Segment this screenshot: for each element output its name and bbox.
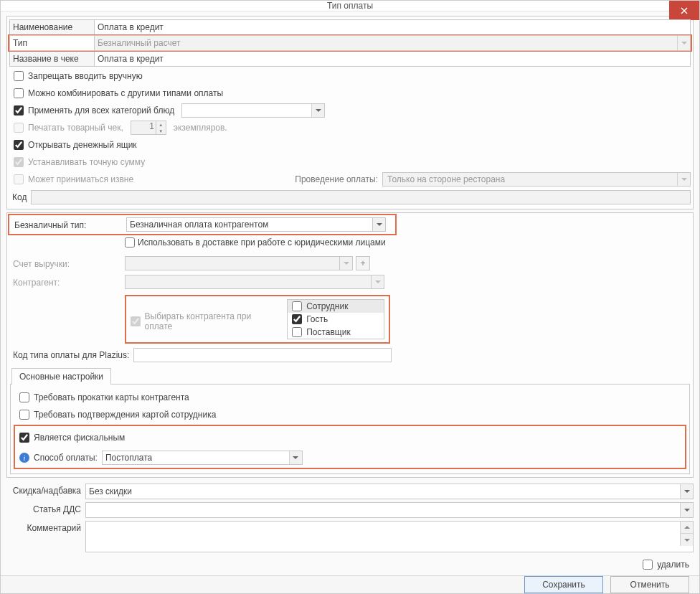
row-delivery: Использовать в доставке при работе с юри… bbox=[10, 237, 690, 256]
label-fiscal: Является фискальным bbox=[34, 433, 125, 443]
info-icon: i bbox=[19, 453, 29, 463]
code-input bbox=[31, 190, 691, 204]
top-panel: Наименование Оплата в кредит Тип Безнали… bbox=[6, 16, 694, 209]
add-revenue-account-button[interactable]: + bbox=[356, 256, 370, 270]
dds-select[interactable] bbox=[85, 502, 694, 518]
checkbox-cp-guest[interactable] bbox=[292, 314, 302, 324]
label-print-receipt: Печатать товарный чек, bbox=[28, 123, 123, 133]
payment-type-dialog: Тип оплаты Наименование Оплата в кредит … bbox=[0, 0, 700, 594]
row-card-swipe: Требовать прокатки карты контрагента bbox=[15, 389, 685, 406]
close-icon bbox=[681, 7, 688, 14]
scroll-up-icon[interactable] bbox=[680, 522, 693, 534]
highlight-cashless-type: Безналичный тип: Безналичная оплата конт… bbox=[8, 214, 397, 235]
checkbox-combine[interactable] bbox=[14, 88, 24, 98]
row-fiscal: Является фискальным bbox=[19, 429, 681, 446]
row-receipt-name: Название в чеке Оплата в кредит bbox=[9, 50, 691, 67]
row-comment: Комментарий bbox=[6, 521, 694, 552]
list-item[interactable]: Поставщик bbox=[288, 326, 384, 339]
chevron-down-icon bbox=[680, 484, 693, 499]
chevron-down-icon bbox=[339, 257, 352, 270]
cancel-button[interactable]: Отменить bbox=[610, 576, 689, 593]
dialog-footer: Сохранить Отменить bbox=[1, 575, 699, 593]
row-plazius-code: Код типа оплаты для Plazius: bbox=[10, 344, 690, 365]
cashless-type-select[interactable]: Безналичная оплата контрагентом bbox=[126, 217, 386, 232]
label-comment: Комментарий bbox=[6, 521, 85, 533]
checkbox-card-swipe[interactable] bbox=[19, 392, 29, 402]
highlight-counterparty-choose: Выбирать контрагента при оплате Сотрудни… bbox=[125, 295, 390, 344]
label-ext-processing: Проведение оплаты: bbox=[295, 174, 378, 184]
label-dds: Статья ДДС bbox=[6, 502, 85, 514]
row-cashless-type: Безналичный тип: Безналичная оплата конт… bbox=[10, 216, 690, 235]
row-cash-drawer: Открывать денежный ящик bbox=[9, 136, 691, 154]
list-item[interactable]: Сотрудник bbox=[288, 300, 384, 313]
row-code: Код bbox=[9, 188, 691, 207]
row-dds: Статья ДДС bbox=[6, 502, 694, 518]
checkbox-employee-confirm[interactable] bbox=[19, 410, 29, 420]
row-type: Тип Безналичный расчет bbox=[8, 34, 692, 52]
scrollbar[interactable] bbox=[680, 522, 693, 552]
spinner: ▲▼ bbox=[156, 121, 166, 134]
checkbox-cp-employee[interactable] bbox=[292, 301, 302, 311]
chevron-down-icon bbox=[371, 275, 384, 288]
checkbox-cash-drawer[interactable] bbox=[14, 140, 24, 150]
checkbox-choose-at-pay bbox=[131, 316, 141, 326]
checkbox-delivery-legal[interactable] bbox=[125, 237, 135, 248]
revenue-account-select bbox=[125, 256, 353, 270]
row-employee-confirm: Требовать подтверждения картой сотрудник… bbox=[15, 406, 685, 423]
label-combine: Можно комбинировать с другими типами опл… bbox=[28, 88, 223, 98]
comment-textarea[interactable] bbox=[85, 521, 694, 552]
label-copies-suffix: экземпляров. bbox=[174, 123, 227, 133]
ext-processing-select: Только на стороне ресторана bbox=[382, 172, 691, 187]
row-external: Может приниматься извне Проведение оплат… bbox=[9, 171, 691, 188]
window-title: Тип оплаты bbox=[327, 1, 373, 11]
copies-stepper: 1 ▲▼ bbox=[131, 121, 166, 135]
chevron-down-icon bbox=[311, 104, 324, 117]
label-discount: Скидка/надбавка bbox=[6, 484, 85, 496]
discount-select[interactable]: Без скидки bbox=[85, 484, 694, 499]
checkbox-cp-supplier[interactable] bbox=[292, 327, 302, 337]
label-delete: удалить bbox=[657, 560, 689, 570]
checkbox-manual[interactable] bbox=[14, 71, 24, 81]
scroll-down-icon[interactable] bbox=[680, 534, 693, 546]
label-card-swipe: Требовать прокатки карты контрагента bbox=[34, 392, 189, 402]
label-cash-drawer: Открывать денежный ящик bbox=[28, 140, 137, 150]
row-counterparty: Контрагент: bbox=[10, 275, 690, 293]
dish-category-select[interactable] bbox=[181, 103, 325, 118]
label-all-categories: Применять для всех категорий блюд bbox=[28, 105, 174, 116]
label-choose-at-pay: Выбирать контрагента при оплате bbox=[145, 311, 278, 331]
type-select[interactable]: Безналичный расчет bbox=[95, 35, 691, 51]
choose-at-pay-group: Выбирать контрагента при оплате bbox=[131, 299, 277, 339]
row-name: Наименование Оплата в кредит bbox=[9, 19, 691, 36]
bottom-form: Скидка/надбавка Без скидки Статья ДДС bbox=[6, 484, 694, 570]
chevron-down-icon bbox=[372, 218, 385, 231]
receipt-name-input[interactable]: Оплата в кредит bbox=[95, 51, 691, 67]
close-button[interactable] bbox=[669, 1, 699, 20]
label-counterparty: Контрагент: bbox=[10, 275, 125, 288]
tab-main-settings[interactable]: Основные настройки bbox=[11, 368, 111, 385]
chevron-down-icon bbox=[680, 503, 693, 517]
label-pay-method: Способ оплаты: bbox=[34, 453, 98, 463]
settings-tabs: Основные настройки Требовать прокатки ка… bbox=[10, 367, 690, 474]
save-button[interactable]: Сохранить bbox=[524, 576, 603, 593]
checkbox-fiscal[interactable] bbox=[19, 433, 29, 443]
row-delete: удалить bbox=[6, 555, 694, 570]
titlebar: Тип оплаты bbox=[1, 1, 699, 11]
checkbox-all-categories[interactable] bbox=[14, 105, 24, 116]
plazius-code-input[interactable] bbox=[133, 348, 392, 362]
tab-main-body: Требовать прокатки карты контрагента Тре… bbox=[10, 384, 690, 474]
label-exact-sum: Устанавливать точную сумму bbox=[28, 157, 145, 167]
label-code: Код bbox=[12, 192, 27, 202]
row-combine: Можно комбинировать с другими типами опл… bbox=[9, 85, 691, 102]
name-input[interactable]: Оплата в кредит bbox=[95, 19, 691, 35]
pay-method-select[interactable]: Постоплата bbox=[102, 451, 303, 465]
label-plazius-code: Код типа оплаты для Plazius: bbox=[13, 350, 129, 360]
label-name: Наименование bbox=[9, 19, 95, 35]
label-delivery-legal: Использовать в доставке при работе с юри… bbox=[138, 237, 386, 248]
list-item[interactable]: Гость bbox=[288, 313, 384, 326]
row-print-receipt: Печатать товарный чек, 1 ▲▼ экземпляров. bbox=[9, 119, 691, 136]
label-manual: Запрещать вводить вручную bbox=[28, 71, 143, 81]
row-discount: Скидка/надбавка Без скидки bbox=[6, 484, 694, 499]
checkbox-delete[interactable] bbox=[643, 560, 653, 570]
checkbox-external bbox=[14, 174, 24, 184]
highlight-fiscal: Является фискальным i Способ оплаты: Пос… bbox=[14, 425, 686, 469]
